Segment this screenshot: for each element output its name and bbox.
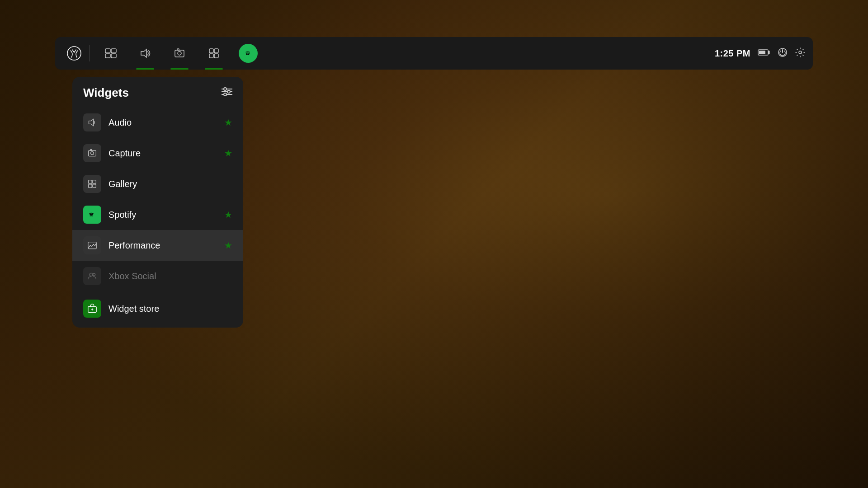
battery-icon [758, 49, 770, 58]
gallery-icon [83, 175, 101, 193]
svg-marker-24 [89, 119, 94, 126]
svg-point-22 [227, 90, 230, 93]
widget-item-gallery[interactable]: Gallery [72, 169, 243, 199]
svg-rect-4 [111, 54, 116, 58]
svg-rect-3 [105, 54, 110, 58]
filter-icon[interactable] [222, 87, 232, 99]
widget-item-audio[interactable]: Audio ★ [72, 107, 243, 138]
svg-point-26 [91, 152, 94, 155]
spotify-widget-icon [83, 206, 101, 224]
topbar-right: 1:25 PM [715, 47, 806, 60]
svg-rect-1 [105, 49, 110, 53]
svg-rect-31 [93, 184, 96, 188]
svg-rect-25 [89, 150, 96, 156]
settings-icon[interactable] [795, 47, 806, 60]
audio-star[interactable]: ★ [224, 117, 232, 128]
svg-point-7 [178, 52, 181, 55]
nav-item-widgets[interactable] [197, 37, 231, 70]
svg-rect-29 [93, 180, 96, 184]
widget-store-icon [83, 300, 101, 318]
svg-point-23 [224, 93, 226, 96]
svg-point-0 [67, 47, 81, 60]
svg-rect-9 [209, 49, 213, 53]
widget-spotify-label: Spotify [108, 210, 217, 220]
svg-rect-2 [111, 49, 116, 53]
nav-item-capture[interactable] [162, 37, 197, 70]
widgets-panel: Widgets Audio ★ [72, 77, 243, 328]
svg-rect-28 [89, 180, 92, 184]
xbox-logo-icon [66, 45, 82, 61]
widget-performance-label: Performance [108, 240, 217, 251]
spotify-icon [239, 44, 258, 63]
nav-item-multiview[interactable] [94, 37, 128, 70]
widget-item-performance[interactable]: Performance ★ [72, 230, 243, 261]
widget-xbox-social-label: Xbox Social [108, 271, 232, 282]
svg-point-17 [799, 51, 802, 54]
capture-icon [83, 144, 101, 162]
nav-item-audio[interactable] [128, 37, 162, 70]
svg-point-33 [90, 273, 93, 276]
widget-item-capture[interactable]: Capture ★ [72, 138, 243, 169]
xbox-social-icon [83, 267, 101, 285]
svg-point-34 [93, 273, 95, 276]
svg-marker-5 [141, 49, 146, 57]
widget-item-xbox-social[interactable]: Xbox Social [72, 261, 243, 291]
svg-rect-12 [214, 54, 218, 58]
capture-star[interactable]: ★ [224, 148, 232, 159]
audio-icon [83, 113, 101, 131]
svg-rect-30 [89, 184, 92, 188]
power-icon [778, 47, 788, 60]
nav-divider [90, 45, 90, 61]
svg-rect-27 [90, 150, 92, 151]
nav-items [94, 37, 715, 70]
svg-rect-11 [209, 54, 213, 58]
clock-display: 1:25 PM [715, 48, 750, 59]
performance-star[interactable]: ★ [224, 240, 232, 251]
widget-item-store[interactable]: Widget store [72, 293, 243, 324]
svg-rect-15 [759, 51, 765, 54]
widget-item-spotify[interactable]: Spotify ★ [72, 199, 243, 230]
widget-gallery-label: Gallery [108, 179, 232, 189]
widget-store-label: Widget store [108, 304, 232, 314]
svg-rect-10 [214, 49, 218, 53]
widget-audio-label: Audio [108, 117, 217, 128]
widget-capture-label: Capture [108, 148, 217, 159]
nav-item-spotify[interactable] [231, 37, 265, 70]
widgets-title: Widgets [83, 86, 129, 100]
top-navigation-bar: 1:25 PM [55, 37, 813, 70]
svg-rect-8 [177, 49, 179, 50]
svg-point-21 [224, 88, 226, 90]
performance-icon [83, 236, 101, 254]
widget-list: Audio ★ Capture ★ [72, 107, 243, 324]
spotify-star[interactable]: ★ [224, 209, 232, 220]
xbox-button[interactable] [62, 42, 86, 65]
widgets-header: Widgets [72, 77, 243, 107]
